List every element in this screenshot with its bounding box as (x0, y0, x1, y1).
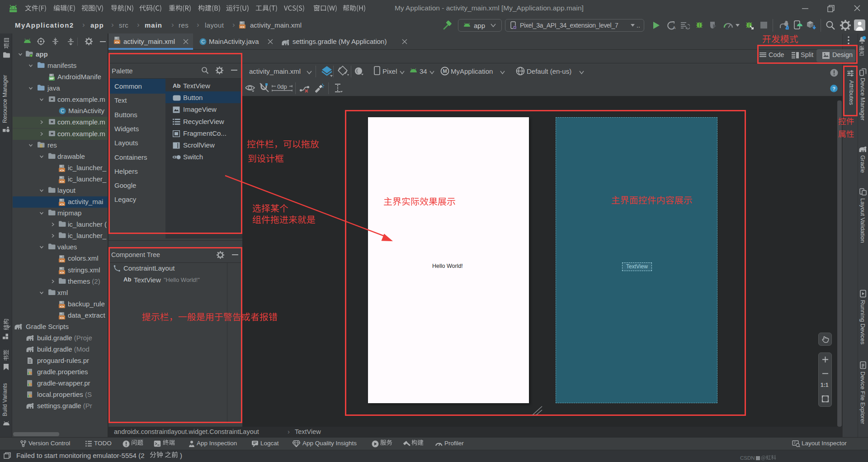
svg-text:<>: <> (60, 168, 64, 172)
svg-text:<>: <> (60, 270, 64, 274)
svg-text:<>: <> (115, 40, 119, 44)
svg-text:<>: <> (60, 202, 64, 206)
svg-text:0dp: 0dp (277, 84, 287, 90)
svg-text:C: C (201, 39, 205, 44)
svg-text:C: C (61, 108, 64, 114)
svg-text:?: ? (832, 86, 835, 91)
svg-text:<>: <> (60, 179, 64, 183)
svg-text:<>: <> (60, 315, 64, 319)
svg-text:A: A (673, 25, 676, 30)
svg-text:<>: <> (240, 25, 245, 29)
svg-text:MF: MF (49, 77, 54, 80)
svg-text:M: M (443, 68, 447, 74)
svg-text:<>: <> (60, 304, 64, 308)
svg-text:<>: <> (60, 259, 64, 263)
